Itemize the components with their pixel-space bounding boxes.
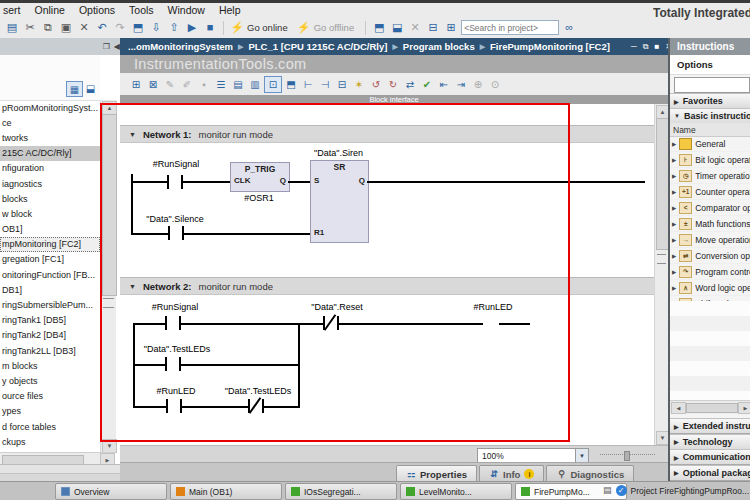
instruction-group[interactable]: ▶ +1 Counter operations (670, 184, 750, 200)
panel-section[interactable]: ▶ Optional packages (670, 465, 750, 481)
output-coil[interactable] (483, 316, 499, 330)
accessible-devices-icon[interactable]: ⬒ (371, 20, 387, 36)
undo-icon[interactable]: ↶ (94, 20, 110, 36)
jump-forward-icon[interactable]: ⇥ (453, 77, 469, 92)
collapse-network-icon[interactable]: ▼ (129, 131, 136, 138)
splitter-grip-icon[interactable] (103, 298, 114, 308)
zoom-slider[interactable] (600, 454, 655, 455)
comments-toggle-icon[interactable]: ⊡ (264, 76, 282, 93)
empty-box-icon[interactable]: ⊟ (334, 77, 350, 92)
operand-label[interactable]: "Data".TestLEDs (223, 386, 293, 396)
upload-from-device-icon[interactable]: ⇧ (166, 20, 182, 36)
breadcrumb-segment[interactable]: PLC_1 [CPU 1215C AC/DC/Rly] (248, 41, 387, 52)
diagram-view-icon[interactable]: ⬓ (83, 81, 98, 95)
zoom-slider-thumb[interactable] (624, 451, 630, 461)
operand-label[interactable]: "Data".Reset (302, 302, 372, 312)
ladder-editor-canvas[interactable]: ▼ Network 1: monitor run mode #RunSignal… (120, 104, 654, 445)
instructions-horizontal-scrollbar[interactable]: ◀ ▶ (670, 400, 750, 414)
operand-label[interactable]: #RunSignal (140, 302, 210, 312)
panel-section[interactable]: ▶ Communication (670, 449, 750, 465)
sr-block[interactable]: SR S Q R1 (310, 160, 369, 243)
details-view-icon[interactable]: ▦ (66, 81, 83, 97)
instructions-filter-input[interactable] (674, 77, 750, 93)
block-interface-splitter[interactable]: Block interface (120, 95, 668, 104)
panel-section[interactable]: ▶ Technology (670, 434, 750, 450)
expand-arrow-icon[interactable]: ▶ (672, 141, 676, 147)
redo-icon[interactable]: ↷ (112, 20, 128, 36)
taskbar-tab[interactable]: Overview (55, 483, 167, 500)
rename-icon[interactable]: ✎ (162, 77, 178, 92)
scroll-up-icon[interactable]: ▲ (102, 101, 117, 115)
tree-item[interactable]: m blocks (0, 358, 100, 373)
expand-arrow-icon[interactable]: ▶ (672, 269, 676, 275)
delete-network-icon[interactable]: ⊠ (145, 77, 161, 92)
expand-arrow-icon[interactable]: ▶ (672, 237, 676, 243)
tree-item[interactable]: mpMonitoring [FC2] (0, 237, 100, 252)
no-contact[interactable] (168, 226, 184, 240)
minimize-editor-icon[interactable]: ─ (631, 42, 637, 51)
expand-arrow-icon[interactable]: ▶ (672, 157, 676, 163)
no-contact[interactable] (166, 399, 182, 413)
go-offline-button[interactable]: Go offline (314, 22, 355, 33)
splitter-grip-icon[interactable] (657, 254, 666, 264)
start-cpu-icon[interactable]: ▶ (184, 20, 200, 36)
tree-item[interactable]: ringTank1 [DB5] (0, 313, 100, 328)
project-tree-vertical-scrollbar[interactable]: ▲ ▼ (100, 100, 116, 452)
scroll-left-icon[interactable]: ◀ (671, 402, 686, 414)
tree-item[interactable]: gregation [FC1] (0, 252, 100, 267)
instruction-group[interactable]: ▶ ± Math functions (670, 216, 750, 232)
vertical-split-icon[interactable]: ⊞ (443, 20, 459, 36)
network-1-header[interactable]: ▼ Network 1: monitor run mode (120, 125, 654, 143)
breadcrumb-segment[interactable]: ...omMonitoringSystem (128, 41, 233, 52)
open-branch-icon[interactable]: ⊢ (300, 77, 316, 92)
tree-item[interactable]: iagnostics (0, 176, 100, 191)
operand-label[interactable]: #RunSignal (144, 159, 208, 169)
operand-label[interactable]: "Data".Siren (310, 148, 367, 158)
no-contact[interactable] (165, 357, 181, 371)
go-online-button[interactable]: Go online (247, 22, 288, 33)
tree-item[interactable]: tworks (0, 130, 100, 145)
stop-cpu-icon[interactable]: ■ (202, 20, 218, 36)
nc-contact[interactable] (248, 399, 264, 413)
tree-item[interactable]: onitoringFunction [FB... (0, 267, 100, 282)
call-structure-icon[interactable]: ⊕ (470, 77, 486, 92)
expand-arrow-icon[interactable]: ▶ (672, 253, 676, 259)
tab-properties[interactable]: ⚏ Properties (396, 465, 477, 482)
operand-label[interactable]: #RunLED (461, 302, 525, 312)
close-branch-icon[interactable]: ⊣ (317, 77, 333, 92)
expand-arrow-icon[interactable]: ▶ (672, 173, 676, 179)
breadcrumb-segment[interactable]: FirePumpMonitoring [FC2] (490, 41, 610, 52)
taskbar-tab[interactable]: LevelMonito... (400, 483, 512, 500)
absolute-symbolic-icon[interactable]: ⇄ (402, 77, 418, 92)
collapse-network-icon[interactable]: ▼ (129, 283, 136, 290)
tree-item[interactable]: ringTank2 [DB4] (0, 328, 100, 343)
expand-arrow-icon[interactable]: ▶ (672, 205, 676, 211)
collapse-all-icon[interactable]: ▤ (230, 77, 246, 92)
editor-settings-icon[interactable]: ⊙ (487, 77, 503, 92)
instruction-group[interactable]: ▶ ◷ Timer operations (670, 168, 750, 184)
basic-instructions-section[interactable]: ▼ Basic instructions (670, 108, 750, 124)
tree-item[interactable]: ypes (0, 404, 100, 419)
editor-vertical-scrollbar[interactable]: ▲ ▼ (654, 104, 668, 445)
operand-label[interactable]: "Data".TestLEDs (137, 344, 217, 354)
network-2-header[interactable]: ▼ Network 2: monitor run mode (120, 277, 654, 295)
tree-item[interactable]: blocks (0, 191, 100, 206)
print-icon[interactable]: ▤ (4, 20, 20, 36)
go-offline-icon[interactable]: ⚡ (296, 20, 312, 36)
operand-label[interactable]: #OSR1 (230, 193, 288, 203)
menu-item[interactable]: Options (79, 4, 115, 16)
delete-icon[interactable]: ✕ (76, 20, 92, 36)
tree-item[interactable]: ringSubmersiblePum... (0, 297, 100, 312)
next-error-icon[interactable]: ↻ (385, 77, 401, 92)
instruction-group[interactable]: ▶ < Comparator operations (670, 200, 750, 216)
download-to-device-icon[interactable]: ⇩ (148, 20, 164, 36)
compile-icon[interactable]: ⬒ (130, 20, 146, 36)
tree-item[interactable]: d force tables (0, 419, 100, 434)
menu-item[interactable]: Tools (129, 4, 154, 16)
network-list-icon[interactable]: ☰ (213, 77, 229, 92)
favorites-icon[interactable]: ✶ (351, 77, 367, 92)
instruction-group[interactable]: ▶ ⊦ Bit logic operations (670, 152, 750, 168)
tree-item[interactable]: pRoomMonitoringSyst... (0, 100, 100, 115)
tab-info[interactable]: ⇵ Info i (479, 465, 544, 482)
tree-item[interactable]: ringTank2LL [DB3] (0, 343, 100, 358)
